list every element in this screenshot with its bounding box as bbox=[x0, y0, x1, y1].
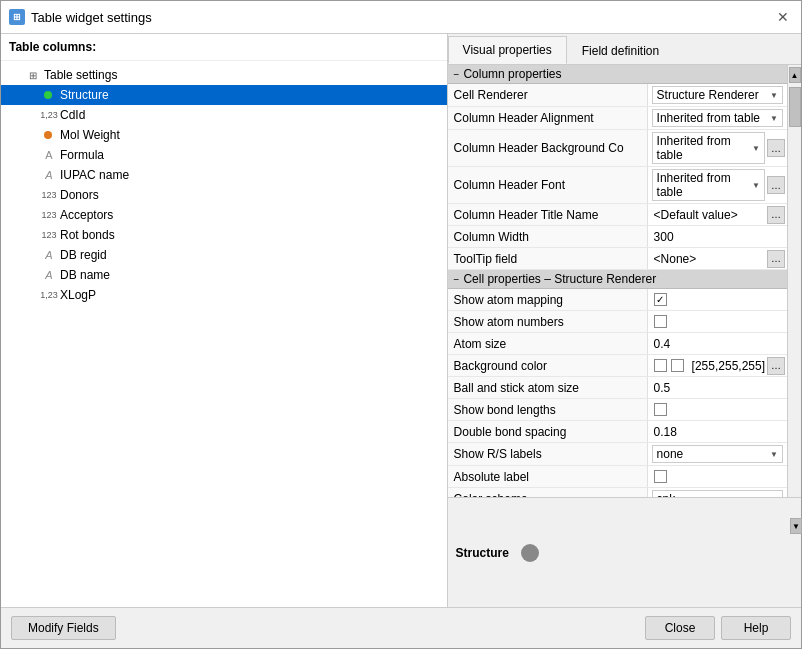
section-label-cell: Cell properties – Structure Renderer bbox=[463, 272, 656, 286]
show-rs-dropdown[interactable]: none ▼ bbox=[652, 445, 783, 463]
left-panel: Table columns: ⊞ Table settings Structur… bbox=[1, 34, 448, 607]
prop-value-show-atom-mapping[interactable] bbox=[648, 289, 787, 310]
prop-row-show-atom-numbers: Show atom numbers bbox=[448, 311, 787, 333]
prop-label: Ball and stick atom size bbox=[448, 377, 648, 398]
section-toggle-column[interactable]: − bbox=[454, 69, 460, 80]
bottom-bar: Modify Fields Close Help bbox=[1, 607, 801, 648]
tooltip-btn[interactable]: … bbox=[767, 250, 785, 268]
col-header-bg-extra-btn[interactable]: … bbox=[767, 139, 785, 157]
prop-row-cell-renderer: Cell Renderer Structure Renderer ▼ bbox=[448, 84, 787, 107]
section-toggle-cell[interactable]: − bbox=[454, 274, 460, 285]
bg-color-checkbox[interactable] bbox=[654, 359, 667, 372]
tree-item-iupac-name[interactable]: A IUPAC name bbox=[1, 165, 447, 185]
prop-value-color-scheme[interactable]: cpk ▼ bbox=[648, 488, 787, 497]
prop-value-bg-color[interactable]: [255,255,255] … bbox=[648, 355, 787, 376]
prop-value-cell-renderer[interactable]: Structure Renderer ▼ bbox=[648, 84, 787, 106]
col-header-bg-dropdown[interactable]: Inherited from table ▼ bbox=[652, 132, 765, 164]
tree-item-cdid[interactable]: 1,23 CdId bbox=[1, 105, 447, 125]
col-header-title-btn[interactable]: … bbox=[767, 206, 785, 224]
tree-item-db-name[interactable]: A DB name bbox=[1, 265, 447, 285]
prop-row-double-bond-spacing: Double bond spacing 0.18 bbox=[448, 421, 787, 443]
mol-icon bbox=[41, 127, 57, 143]
prop-label: Double bond spacing bbox=[448, 421, 648, 442]
tree-item-donors[interactable]: 123 Donors bbox=[1, 185, 447, 205]
tree-item-table-settings[interactable]: ⊞ Table settings bbox=[1, 65, 447, 85]
prop-value-col-header-bg[interactable]: Inherited from table ▼ … bbox=[648, 130, 787, 166]
modify-fields-button[interactable]: Modify Fields bbox=[11, 616, 116, 640]
help-button[interactable]: Help bbox=[721, 616, 791, 640]
cell-renderer-dropdown[interactable]: Structure Renderer ▼ bbox=[652, 86, 783, 104]
show-bond-lengths-checkbox[interactable] bbox=[654, 403, 667, 416]
prop-label: Show atom mapping bbox=[448, 289, 648, 310]
prop-value-col-header-align[interactable]: Inherited from table ▼ bbox=[648, 107, 787, 129]
close-button[interactable]: Close bbox=[645, 616, 715, 640]
prop-label: Color scheme bbox=[448, 488, 648, 497]
show-atom-mapping-checkbox[interactable] bbox=[654, 293, 667, 306]
section-label-column: Column properties bbox=[463, 67, 561, 81]
prop-value-col-header-font[interactable]: Inherited from table ▼ … bbox=[648, 167, 787, 203]
prop-row-color-scheme: Color scheme cpk ▼ bbox=[448, 488, 787, 497]
scrollbar-thumb[interactable] bbox=[789, 87, 801, 127]
col-header-title-value: <Default value> bbox=[654, 208, 738, 222]
prop-row-tooltip-field: ToolTip field <None> … bbox=[448, 248, 787, 270]
tree-item-acceptors[interactable]: 123 Acceptors bbox=[1, 205, 447, 225]
scrollbar-track[interactable]: ▲ ▼ bbox=[787, 65, 801, 497]
prop-value-absolute-label[interactable] bbox=[648, 466, 787, 487]
num-icon: 1,23 bbox=[41, 107, 57, 123]
tree-item-label: Table settings bbox=[44, 68, 117, 82]
text-icon: A bbox=[41, 247, 57, 263]
dropdown-arrow-icon: ▼ bbox=[752, 144, 760, 153]
col-header-align-dropdown[interactable]: Inherited from table ▼ bbox=[652, 109, 783, 127]
tabs-bar: Visual properties Field definition bbox=[448, 34, 801, 65]
preview-dot bbox=[521, 544, 539, 562]
show-rs-value: none bbox=[657, 447, 684, 461]
col-header-align-value: Inherited from table bbox=[657, 111, 760, 125]
tree-item-label: Donors bbox=[60, 188, 99, 202]
prop-label: Absolute label bbox=[448, 466, 648, 487]
prop-row-col-header-font: Column Header Font Inherited from table … bbox=[448, 167, 787, 204]
bg-color-btn[interactable]: … bbox=[767, 357, 785, 375]
close-window-button[interactable]: ✕ bbox=[773, 7, 793, 27]
prop-row-col-header-align: Column Header Alignment Inherited from t… bbox=[448, 107, 787, 130]
prop-value-show-bond-lengths[interactable] bbox=[648, 399, 787, 420]
prop-row-show-rs-labels: Show R/S labels none ▼ bbox=[448, 443, 787, 466]
show-atom-numbers-checkbox[interactable] bbox=[654, 315, 667, 328]
dropdown-arrow-icon: ▼ bbox=[770, 114, 778, 123]
prop-label: Background color bbox=[448, 355, 648, 376]
prop-value-col-width: 300 bbox=[648, 226, 787, 247]
col-header-font-extra-btn[interactable]: … bbox=[767, 176, 785, 194]
tree-item-xlogp[interactable]: 1,23 XLogP bbox=[1, 285, 447, 305]
prop-row-col-header-bg: Column Header Background Co Inherited fr… bbox=[448, 130, 787, 167]
properties-area: − Column properties Cell Renderer Struct… bbox=[448, 65, 787, 497]
tree-item-mol-weight[interactable]: Mol Weight bbox=[1, 125, 447, 145]
prop-row-absolute-label: Absolute label bbox=[448, 466, 787, 488]
num-icon: 123 bbox=[41, 227, 57, 243]
tree-item-formula[interactable]: A Formula bbox=[1, 145, 447, 165]
tree-item-structure[interactable]: Structure bbox=[1, 85, 447, 105]
scrollbar-up-btn[interactable]: ▲ bbox=[789, 67, 801, 83]
color-scheme-dropdown[interactable]: cpk ▼ bbox=[652, 490, 783, 497]
prop-value-double-bond-spacing: 0.18 bbox=[648, 421, 787, 442]
num-icon: 123 bbox=[41, 187, 57, 203]
prop-row-ball-stick-size: Ball and stick atom size 0.5 bbox=[448, 377, 787, 399]
tree-item-label: DB name bbox=[60, 268, 110, 282]
col-header-font-dropdown[interactable]: Inherited from table ▼ bbox=[652, 169, 765, 201]
tree-area: ⊞ Table settings Structure 1,23 CdId bbox=[1, 61, 447, 607]
tab-visual-properties[interactable]: Visual properties bbox=[448, 36, 567, 64]
prop-value-show-rs[interactable]: none ▼ bbox=[648, 443, 787, 465]
tree-item-db-regid[interactable]: A DB regid bbox=[1, 245, 447, 265]
absolute-label-checkbox[interactable] bbox=[654, 470, 667, 483]
prop-value-show-atom-numbers[interactable] bbox=[648, 311, 787, 332]
ball-stick-value: 0.5 bbox=[654, 381, 671, 395]
prop-label: Atom size bbox=[448, 333, 648, 354]
dropdown-arrow-icon: ▼ bbox=[752, 181, 760, 190]
tab-field-definition[interactable]: Field definition bbox=[567, 37, 674, 64]
tree-item-label: CdId bbox=[60, 108, 85, 122]
window-icon: ⊞ bbox=[9, 9, 25, 25]
main-content: Table columns: ⊞ Table settings Structur… bbox=[1, 34, 801, 607]
tree-item-rot-bonds[interactable]: 123 Rot bonds bbox=[1, 225, 447, 245]
prop-label: ToolTip field bbox=[448, 248, 648, 269]
num-icon: 123 bbox=[41, 207, 57, 223]
title-bar: ⊞ Table widget settings ✕ bbox=[1, 1, 801, 34]
bg-color-value: [255,255,255] bbox=[692, 359, 765, 373]
